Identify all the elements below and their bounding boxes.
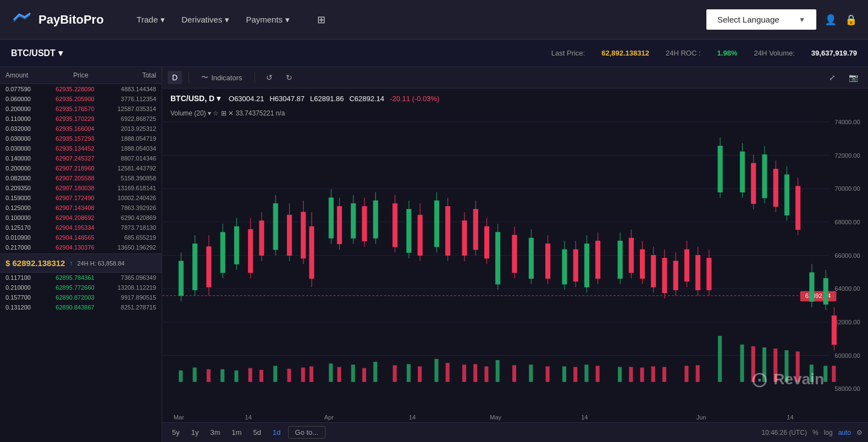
- svg-rect-157: [484, 366, 488, 382]
- timerange-3m-btn[interactable]: 3m: [206, 427, 224, 438]
- svg-rect-124: [193, 368, 197, 382]
- pct-btn[interactable]: %: [812, 429, 819, 437]
- svg-rect-152: [393, 365, 397, 382]
- low-value: L62891.86: [310, 95, 344, 103]
- indicators-btn[interactable]: 〜 Indicators: [196, 70, 247, 85]
- goto-btn[interactable]: Go to...: [288, 426, 326, 439]
- table-row: 0.13120062890.8438678251.278715: [0, 302, 162, 312]
- chart-ohlc: O63004.21 H63047.87 L62891.86 C62892.14 …: [229, 95, 439, 103]
- svg-rect-133: [496, 360, 500, 382]
- toolbar-divider-2: [255, 72, 255, 83]
- svg-text:14: 14: [581, 414, 588, 421]
- timerange-5y-btn[interactable]: 5y: [168, 427, 184, 438]
- svg-rect-158: [512, 365, 516, 382]
- nav-trade[interactable]: Trade ▾: [137, 15, 165, 25]
- fullscreen-btn[interactable]: ⤢: [825, 71, 840, 84]
- open-value: O63004.21: [229, 95, 264, 103]
- svg-rect-160: [573, 367, 577, 382]
- lang-dropdown-arrow: ▼: [799, 16, 805, 24]
- table-row: 0.07759062935.2280904883.144348: [0, 84, 162, 94]
- svg-rect-125: [220, 369, 224, 382]
- timerange-5d-btn[interactable]: 5d: [249, 427, 266, 438]
- svg-rect-128: [329, 363, 333, 382]
- svg-rect-154: [446, 363, 450, 382]
- table-row: 0.21700062904.13037613650.196292: [0, 242, 162, 252]
- symbol-dropdown-arrow: ▾: [217, 94, 220, 103]
- svg-rect-129: [351, 364, 355, 382]
- svg-rect-167: [696, 365, 700, 382]
- chart-area: D 〜 Indicators ↺ ↻ ⤢ 📷 BTC/USD, D ▾: [162, 67, 868, 442]
- svg-rect-144: [207, 369, 211, 382]
- chevron-down-icon: ▾: [285, 15, 290, 25]
- table-row: 0.20000062907.21896012581.443792: [0, 163, 162, 173]
- svg-text:14: 14: [787, 414, 793, 421]
- screenshot-btn[interactable]: 📷: [844, 71, 863, 84]
- language-selector[interactable]: Select Language ▼: [706, 9, 816, 30]
- svg-rect-171: [832, 366, 836, 382]
- table-row: 0.15770062890.8720039917.890515: [0, 292, 162, 302]
- timerange-1m-btn[interactable]: 1m: [228, 427, 246, 438]
- timerange-1y-btn[interactable]: 1y: [187, 427, 203, 438]
- nav-payments[interactable]: Payments ▾: [246, 15, 290, 25]
- table-row: 0.12517062904.1953347873.718130: [0, 223, 162, 233]
- ticker-bar: BTC/USDT ▾ Last Price: 62,892.138312 24H…: [0, 40, 868, 67]
- svg-rect-135: [562, 366, 566, 382]
- chevron-down-icon: ▾: [225, 15, 229, 25]
- svg-rect-136: [584, 364, 588, 382]
- revain-text: Revain: [773, 371, 824, 388]
- svg-rect-138: [718, 336, 722, 382]
- svg-text:74000.00: 74000.00: [834, 119, 860, 125]
- order-book: Amount Price Total 0.07759062935.2280904…: [0, 67, 162, 442]
- table-row: 0.03000062935.1344521888.054034: [0, 143, 162, 153]
- svg-text:62000.00: 62000.00: [834, 319, 860, 325]
- ticker-stats: Last Price: 62,892.138312 24H ROC : 1.98…: [551, 49, 857, 57]
- volume-indicator: Volume (20) ▾ ☆ ⊞ ✕ 33.74375221 n/a: [170, 109, 285, 117]
- table-row: 0.21000062895.77266013208.112219: [0, 283, 162, 292]
- table-row: 0.11710062895.7843617365.096349: [0, 273, 162, 283]
- svg-rect-150: [337, 367, 341, 382]
- svg-text:58000.00: 58000.00: [834, 385, 860, 392]
- svg-rect-127: [273, 366, 277, 382]
- current-price-value: $ 62892.138312: [5, 258, 65, 268]
- svg-rect-137: [618, 367, 622, 382]
- auto-btn[interactable]: auto: [838, 429, 851, 437]
- table-row: 0.14000062907.2453278807.014346: [0, 153, 162, 163]
- wave-icon: 〜: [201, 73, 208, 82]
- svg-rect-162: [629, 367, 633, 382]
- table-row: 0.08200062907.2055885158.390858: [0, 173, 162, 183]
- log-btn[interactable]: log: [824, 429, 833, 437]
- svg-rect-163: [640, 368, 644, 382]
- timerange-1d-btn[interactable]: 1d: [268, 427, 285, 438]
- svg-text:14: 14: [409, 414, 416, 421]
- revain-logo-icon: ⊙: [750, 367, 769, 392]
- svg-text:14: 14: [245, 414, 252, 421]
- chevron-down-icon: ▾: [161, 15, 165, 25]
- user-icon-btn[interactable]: 👤: [825, 14, 837, 26]
- pair-dropdown-arrow: ▾: [58, 48, 63, 58]
- price-change: -20.11 (-0.03%): [390, 95, 439, 103]
- svg-text:72000.00: 72000.00: [834, 152, 860, 158]
- chart-canvas: BTC/USD, D ▾ O63004.21 H63047.87 L62891.…: [162, 89, 868, 422]
- timeframe-D-btn[interactable]: D: [168, 71, 182, 84]
- volume-label: 24H Volume:: [754, 49, 794, 57]
- lock-icon-btn[interactable]: 🔒: [845, 14, 857, 26]
- table-row: 0.03000062935.1572931888.054719: [0, 134, 162, 143]
- table-row: 0.06000062935.2059003776.112354: [0, 94, 162, 104]
- last-price-value: 62,892.138312: [601, 49, 649, 57]
- undo-btn[interactable]: ↺: [262, 71, 277, 84]
- pair-selector[interactable]: BTC/USDT ▾: [11, 48, 63, 58]
- svg-rect-149: [309, 366, 313, 382]
- svg-text:60000.00: 60000.00: [834, 352, 860, 359]
- high-value: H63047.87: [269, 95, 305, 103]
- price-direction-arrow: ↑: [69, 259, 73, 267]
- header: PayBitoPro Trade ▾ Derivatives ▾ Payment…: [0, 0, 868, 40]
- nav-derivatives[interactable]: Derivatives ▾: [181, 15, 229, 25]
- current-price-row: $ 62892.138312 ↑ 24H H: 63,858.84: [0, 253, 162, 273]
- logo-icon: [11, 12, 33, 28]
- settings-icon[interactable]: ⚙: [856, 429, 863, 437]
- grid-menu-icon[interactable]: ⊞: [317, 14, 325, 26]
- table-row: 0.12500062907.1434087863.392926: [0, 203, 162, 213]
- logo-text: PayBitoPro: [38, 13, 104, 27]
- svg-text:May: May: [490, 414, 501, 421]
- redo-btn[interactable]: ↻: [281, 71, 297, 84]
